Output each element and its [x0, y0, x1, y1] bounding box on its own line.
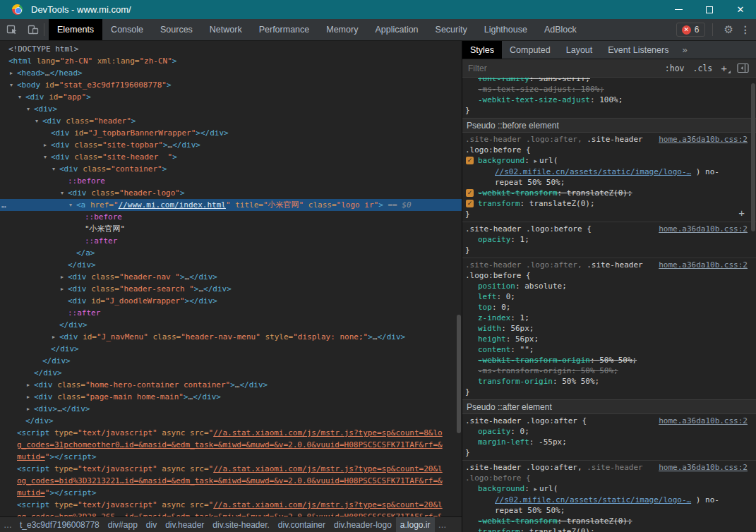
tab-console[interactable]: Console — [102, 19, 152, 40]
expand-arrow[interactable]: ▾ — [69, 199, 72, 211]
expand-arrow[interactable]: ▸ — [10, 67, 13, 79]
sidebar-tab-styles[interactable]: Styles — [462, 41, 502, 59]
maximize-button[interactable] — [694, 0, 725, 19]
css-declaration[interactable]: -webkit-transform-origin: 50% 50%; — [462, 355, 756, 365]
tab-performance[interactable]: Performance — [251, 19, 318, 40]
css-declaration[interactable]: content: ""; — [462, 344, 756, 355]
minimize-button[interactable] — [663, 0, 694, 19]
tree-row[interactable]: ▸<div class="home-hero-container contain… — [0, 379, 462, 391]
tab-adblock[interactable]: AdBlock — [536, 19, 585, 40]
breadcrumb-item[interactable]: div#app — [104, 517, 142, 532]
css-selector[interactable]: .site-header .logo:after, .site-headerho… — [462, 260, 756, 270]
css-selector[interactable]: .site-header .logo:after {home.a36da10b.… — [462, 416, 756, 426]
css-selector[interactable]: .site-header .logo:before {home.a36da10b… — [462, 224, 756, 234]
css-declaration[interactable]: position: absolute; — [462, 281, 756, 291]
tree-row[interactable]: ▸<div class="site-topbar">…</div> — [0, 139, 462, 151]
css-declaration[interactable]: font-family: sans-serif; — [462, 78, 756, 84]
expand-arrow[interactable]: ▸ — [27, 391, 30, 403]
expand-arrow[interactable]: ▾ — [35, 115, 38, 127]
expand-arrow[interactable]: ▸ — [27, 379, 30, 391]
tree-row[interactable]: ▾<div class="header-logo"> — [0, 187, 462, 199]
tree-row[interactable]: <script type="text/javascript" async src… — [0, 427, 462, 439]
kebab-menu-icon[interactable]: ⋮ — [740, 24, 750, 35]
tree-row[interactable]: ::before — [0, 211, 462, 223]
tree-row[interactable]: ▸<div class="page-main home-main">…</div… — [0, 391, 462, 403]
tree-row[interactable]: ::after — [0, 307, 462, 319]
tree-row[interactable]: og_codes=bpm%3D28,265,…id=&masid=&edm_ta… — [0, 511, 462, 516]
expand-arrow[interactable]: ▾ — [10, 79, 13, 91]
property-checkbox[interactable]: ✓ — [466, 189, 474, 197]
css-declaration[interactable]: left: 0; — [462, 291, 756, 302]
tree-row[interactable]: </div> — [0, 319, 462, 331]
breadcrumb-overflow[interactable]: … — [0, 517, 16, 532]
tree-row[interactable]: <div id="J_topbarBannerWrapper"></div> — [0, 127, 462, 139]
tree-row[interactable]: ::before — [0, 175, 462, 187]
expand-arrow[interactable]: ▸ — [44, 139, 47, 151]
breadcrumb-overflow[interactable]: … — [435, 517, 450, 532]
tree-row[interactable]: ▾<div id="app"> — [0, 91, 462, 103]
tree-row[interactable]: <html lang="zh-CN" xml:lang="zh-CN"> — [0, 55, 462, 67]
css-declaration[interactable]: repeat 50% 50%; — [462, 505, 756, 516]
expand-arrow[interactable]: ▸ — [27, 403, 30, 415]
tree-row[interactable]: "小米官网" — [0, 223, 462, 235]
tree-row[interactable]: ▾<div> — [0, 103, 462, 115]
expand-arrow[interactable]: ▾ — [44, 151, 47, 163]
expand-arrow[interactable]: ▸ — [52, 331, 55, 343]
css-declaration[interactable]: background: ▸ url( — [462, 483, 756, 495]
css-declaration[interactable]: -ms-text-size-adjust: 100%; — [462, 84, 756, 95]
sidebar-toggle-icon[interactable] — [737, 63, 749, 73]
tree-row[interactable]: </a> — [0, 247, 462, 259]
breadcrumb-item[interactable]: div.header — [161, 517, 208, 532]
breadcrumb-item[interactable]: div.container — [274, 517, 330, 532]
inspect-element-icon[interactable] — [6, 23, 18, 36]
tree-row[interactable]: ▸<div id="J_navMenu" class="header-nav-m… — [0, 331, 462, 343]
toggle-element-state-button[interactable]: :hov — [665, 64, 685, 73]
tree-row[interactable]: </div> — [0, 415, 462, 427]
sidebar-tab-computed[interactable]: Computed — [502, 41, 558, 59]
property-checkbox[interactable]: ✓ — [466, 157, 474, 164]
tree-row[interactable]: ▸<div class="header-search ">…</div> — [0, 283, 462, 295]
tree-row[interactable]: ▾<div class="header"> — [0, 115, 462, 127]
tab-lighthouse[interactable]: Lighthouse — [476, 19, 536, 40]
tree-row[interactable]: mutid="></script> — [0, 451, 462, 463]
css-declaration[interactable]: //s02.mifile.cn/assets/static/image/logo… — [462, 495, 756, 505]
tree-row[interactable]: <script type="text/javascript" async src… — [0, 499, 462, 511]
css-declaration[interactable]: transform-origin: 50% 50%; — [462, 376, 756, 387]
element-classes-button[interactable]: .cls — [693, 64, 713, 73]
css-declaration[interactable]: z-index: 1; — [462, 313, 756, 323]
elements-scrollbar-thumb[interactable] — [457, 315, 461, 433]
tree-row[interactable]: <div id="J_doodleWrapper"></div> — [0, 295, 462, 307]
css-selector[interactable]: .logo:before { — [462, 270, 756, 281]
css-close-brace[interactable]: } — [462, 245, 756, 255]
error-badge[interactable]: ✕ 6 — [676, 23, 705, 37]
expand-arrow[interactable]: ▾ — [18, 91, 21, 103]
css-declaration[interactable]: ✓transform: translateZ(0); — [462, 198, 756, 209]
tree-row[interactable]: g_codes=31pchomeother0…id=&masid=&edm_ta… — [0, 439, 462, 451]
css-close-brace[interactable]: }+ — [462, 209, 756, 219]
css-declaration[interactable]: transform: translateZ(0); — [462, 526, 756, 532]
expand-arrow[interactable]: ▾ — [61, 187, 64, 199]
expand-arrow[interactable]: ▾ — [27, 103, 30, 115]
tab-elements[interactable]: Elements — [49, 19, 102, 40]
tree-row-selected[interactable]: …▾<a href="//www.mi.com/index.html" titl… — [0, 199, 462, 211]
css-declaration[interactable]: width: 56px; — [462, 323, 756, 334]
tree-row[interactable]: ▾<div class="site-header "> — [0, 151, 462, 163]
tree-row[interactable]: ▾<body id="stat_e3c9df7196008778"> — [0, 79, 462, 91]
css-declaration[interactable]: -webkit-text-size-adjust: 100%; — [462, 95, 756, 105]
tab-sources[interactable]: Sources — [152, 19, 201, 40]
property-checkbox[interactable]: ✓ — [466, 200, 474, 207]
tree-row[interactable]: ▸<head>…</head> — [0, 67, 462, 79]
tree-row[interactable]: ::after — [0, 235, 462, 247]
css-declaration[interactable]: opacity: 0; — [462, 426, 756, 437]
tree-row[interactable]: </div> — [0, 367, 462, 379]
css-selector[interactable]: .site-header .logo:after, .site-headerho… — [462, 134, 756, 145]
tree-row[interactable]: </div> — [0, 355, 462, 367]
css-close-brace[interactable]: } — [462, 387, 756, 397]
expand-arrow[interactable]: ▸ — [61, 271, 64, 283]
css-source-link[interactable]: home.a36da10b.css:2 — [659, 134, 748, 145]
tab-security[interactable]: Security — [427, 19, 476, 40]
css-declaration[interactable]: //s02.mifile.cn/assets/static/image/logo… — [462, 167, 756, 177]
css-close-brace[interactable]: } — [462, 105, 756, 116]
css-selector[interactable]: .logo:before { — [462, 145, 756, 155]
css-declaration[interactable]: ✓-webkit-transform: translateZ(0); — [462, 188, 756, 198]
